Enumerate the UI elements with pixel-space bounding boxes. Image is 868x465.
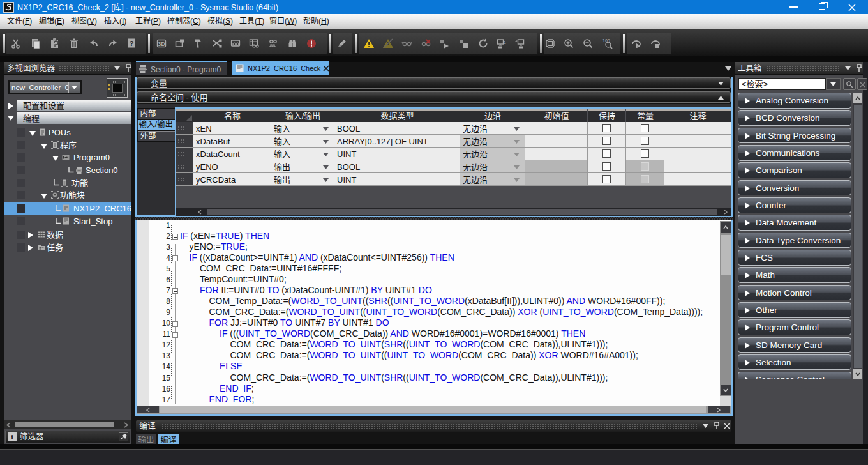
svg-text:1: 1 xyxy=(504,40,506,45)
svg-text:?: ? xyxy=(130,40,134,47)
svg-text:3D: 3D xyxy=(158,41,165,47)
